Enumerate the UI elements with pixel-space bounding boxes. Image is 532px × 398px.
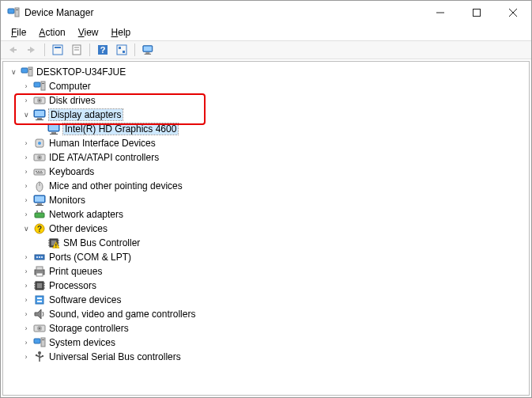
node-intel-hd[interactable]: Intel(R) HD Graphics 4600 [63, 123, 178, 135]
expand-toggle[interactable]: › [21, 138, 32, 149]
usb-icon [33, 351, 46, 363]
toolbar: ? [1, 40, 531, 59]
properties-button[interactable] [68, 42, 85, 58]
node-ide[interactable]: IDE ATA/ATAPI controllers [49, 152, 159, 163]
display-icon [33, 108, 46, 121]
node-keyboards[interactable]: Keyboards [49, 166, 94, 177]
node-system[interactable]: System devices [49, 337, 115, 348]
svg-rect-53 [474, 9, 481, 17]
svg-rect-66 [119, 47, 121, 49]
close-button[interactable] [495, 1, 531, 25]
node-print-queues[interactable]: Print queues [49, 266, 102, 277]
expand-toggle[interactable]: › [21, 280, 32, 291]
computer-root-icon [21, 66, 33, 78]
node-monitors[interactable]: Monitors [49, 195, 85, 206]
back-button[interactable] [4, 42, 21, 58]
expand-toggle[interactable]: › [21, 81, 32, 92]
hid-icon [33, 137, 46, 150]
node-mice[interactable]: Mice and other pointing devices [49, 180, 183, 191]
svg-rect-57 [28, 49, 33, 51]
expand-toggle[interactable]: › [21, 209, 32, 220]
window-title: Device Manager [25, 7, 422, 18]
monitor-icon [33, 194, 46, 207]
expand-toggle[interactable]: ∨ [21, 109, 32, 120]
node-usb[interactable]: Universal Serial Bus controllers [49, 351, 181, 362]
port-icon [33, 251, 46, 263]
node-disk-drives[interactable]: Disk drives [49, 95, 96, 106]
svg-rect-56 [11, 49, 17, 51]
expand-toggle[interactable]: › [21, 294, 32, 305]
node-other[interactable]: Other devices [49, 223, 108, 234]
svg-text:?: ? [100, 45, 106, 55]
help-button[interactable]: ? [94, 42, 111, 58]
node-storage[interactable]: Storage controllers [49, 323, 129, 334]
titlebar: Device Manager [1, 1, 531, 25]
svg-rect-65 [117, 45, 126, 55]
expand-toggle[interactable]: › [21, 195, 32, 206]
app-icon [7, 6, 20, 19]
cpu-icon [33, 279, 46, 292]
drive-icon [33, 94, 46, 107]
node-processors[interactable]: Processors [49, 280, 96, 291]
node-ports[interactable]: Ports (COM & LPT) [49, 252, 131, 263]
expand-toggle[interactable]: › [21, 95, 32, 106]
minimize-button[interactable] [422, 1, 458, 25]
toolbar-separator [89, 44, 90, 56]
expand-toggle[interactable]: › [21, 252, 32, 263]
display-icon [47, 123, 60, 135]
view-button[interactable] [139, 42, 157, 58]
storage-icon [33, 322, 46, 335]
expand-toggle[interactable]: ∨ [8, 66, 19, 78]
toolbar-separator [134, 44, 135, 56]
show-hidden-button[interactable] [49, 42, 66, 58]
expand-toggle[interactable]: › [21, 266, 32, 277]
expand-toggle[interactable]: ∨ [21, 223, 32, 234]
maximize-button[interactable] [458, 1, 495, 25]
keyboard-icon [33, 165, 46, 178]
node-computer[interactable]: Computer [49, 81, 91, 92]
node-display-adapters[interactable]: Display adapters [49, 109, 123, 120]
speaker-icon [33, 308, 46, 320]
ide-icon [33, 151, 46, 164]
expand-toggle[interactable]: › [21, 309, 32, 320]
software-icon [33, 294, 46, 306]
network-icon [33, 208, 46, 221]
menu-file[interactable]: Filedocument.currentScript.previousEleme… [6, 26, 32, 39]
mouse-icon [33, 180, 46, 192]
node-hid[interactable]: Human Interface Devices [49, 138, 156, 149]
node-network[interactable]: Network adapters [49, 209, 123, 220]
device-tree[interactable]: ∨ DESKTOP-U34FJUE ›Computer ›Disk drives… [2, 61, 530, 396]
expand-toggle[interactable]: › [21, 152, 32, 163]
computer-icon [33, 80, 46, 93]
expand-toggle[interactable]: › [21, 180, 32, 191]
expand-toggle[interactable]: › [21, 337, 32, 348]
menu-action[interactable]: Action [33, 26, 70, 39]
node-sm-bus[interactable]: SM Bus Controller [63, 237, 140, 248]
other-icon [33, 222, 46, 235]
svg-rect-67 [123, 51, 125, 53]
node-sound[interactable]: Sound, video and game controllers [49, 309, 195, 320]
menubar: Filedocument.currentScript.previousEleme… [1, 25, 531, 40]
warning-icon [47, 237, 60, 249]
scan-button[interactable] [113, 42, 130, 58]
printer-icon [33, 265, 46, 278]
expand-toggle[interactable]: › [21, 323, 32, 334]
toolbar-separator [44, 44, 45, 56]
node-software[interactable]: Software devices [49, 294, 121, 305]
svg-rect-58 [53, 45, 62, 55]
menu-view[interactable]: View [73, 26, 104, 39]
expand-toggle[interactable]: › [21, 351, 32, 362]
expand-toggle[interactable]: › [21, 166, 32, 177]
forward-button[interactable] [23, 42, 40, 58]
menu-help[interactable]: Help [106, 26, 137, 39]
svg-rect-59 [55, 47, 61, 48]
root-node[interactable]: DESKTOP-U34FJUE [36, 66, 126, 78]
system-icon [33, 336, 46, 349]
